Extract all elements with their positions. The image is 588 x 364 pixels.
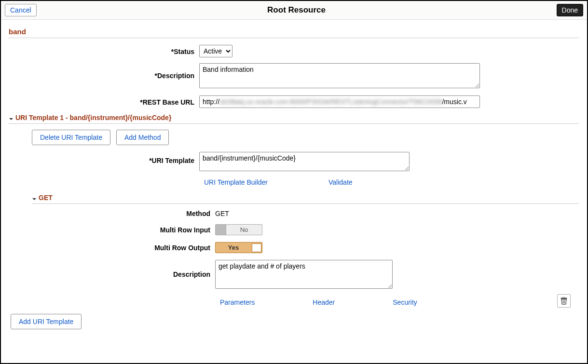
get-description-textarea[interactable] xyxy=(215,260,393,289)
page-title: Root Resource xyxy=(37,5,557,15)
chevron-down-icon xyxy=(32,195,37,200)
status-select[interactable]: Active xyxy=(199,45,232,57)
page-header: Cancel Root Resource Done xyxy=(1,1,587,20)
toggle-label: Yes xyxy=(216,244,251,251)
uri-template-buttons: Delete URI Template Add Method xyxy=(32,130,579,145)
toggle-knob xyxy=(252,243,261,252)
uri-template-header-label: URI Template 1 - band/{instrument}/{musi… xyxy=(15,114,171,121)
parameters-link[interactable]: Parameters xyxy=(220,298,255,306)
delete-method-button[interactable] xyxy=(557,294,571,308)
rest-url-prefix: http:// xyxy=(203,98,219,106)
get-description-label: Description xyxy=(32,260,215,278)
status-label: *Status xyxy=(9,45,199,55)
method-label: Method xyxy=(32,210,215,217)
get-header-label: GET xyxy=(39,194,53,202)
toggle-label: No xyxy=(226,226,262,233)
get-links: Parameters Header Security xyxy=(220,298,417,306)
get-section: GET Method GET Multi Row Input No Multi … xyxy=(32,194,579,306)
done-button[interactable]: Done xyxy=(557,4,583,16)
rest-url-label: *REST Base URL xyxy=(9,95,199,106)
multi-row-input-toggle[interactable]: No xyxy=(215,224,262,235)
rest-url-blurred: slc08aiq.us.oracle.com:8000/PSIGW/RESTLi… xyxy=(219,98,442,106)
get-description-row: Description xyxy=(32,260,579,289)
multi-row-input-row: Multi Row Input No xyxy=(32,224,579,235)
uri-template-builder-link[interactable]: URI Template Builder xyxy=(204,178,268,186)
delete-uri-template-button[interactable]: Delete URI Template xyxy=(32,130,110,145)
method-value: GET xyxy=(215,210,229,217)
get-header[interactable]: GET xyxy=(32,194,579,204)
add-uri-template-button[interactable]: Add URI Template xyxy=(11,314,82,329)
chevron-down-icon xyxy=(9,115,14,120)
description-label: *Description xyxy=(9,63,199,80)
trash-icon xyxy=(561,297,567,305)
rest-url-row: *REST Base URL http:// slc08aiq.us.oracl… xyxy=(9,95,579,108)
description-row: *Description xyxy=(9,63,579,90)
cancel-button[interactable]: Cancel xyxy=(5,4,37,16)
multi-row-output-label: Multi Row Output xyxy=(32,244,215,252)
uri-template-textarea[interactable] xyxy=(199,152,410,171)
band-title: band xyxy=(9,27,579,36)
multi-row-input-label: Multi Row Input xyxy=(32,226,215,234)
status-row: *Status Active xyxy=(9,45,579,57)
security-link[interactable]: Security xyxy=(393,298,417,306)
uri-template-links: URI Template Builder Validate xyxy=(204,178,579,186)
validate-link[interactable]: Validate xyxy=(328,178,353,186)
rest-url-input[interactable]: http:// slc08aiq.us.oracle.com:8000/PSIG… xyxy=(199,95,480,108)
uri-template-header[interactable]: URI Template 1 - band/{instrument}/{musi… xyxy=(9,114,579,124)
description-textarea[interactable] xyxy=(199,63,480,88)
rest-url-suffix: /music.v xyxy=(442,98,466,106)
uri-template-label: *URI Template xyxy=(9,152,199,164)
header-link[interactable]: Header xyxy=(313,298,335,306)
toggle-knob xyxy=(216,225,226,235)
multi-row-output-toggle[interactable]: Yes xyxy=(215,242,262,253)
add-method-button[interactable]: Add Method xyxy=(116,130,169,145)
uri-template-row: *URI Template xyxy=(9,152,579,173)
method-row: Method GET xyxy=(32,210,579,217)
content-area: band *Status Active *Description *REST B… xyxy=(1,20,587,337)
multi-row-output-row: Multi Row Output Yes xyxy=(32,242,579,253)
get-bottom-row: Parameters Header Security xyxy=(32,296,579,306)
band-section-header: band xyxy=(9,27,579,38)
